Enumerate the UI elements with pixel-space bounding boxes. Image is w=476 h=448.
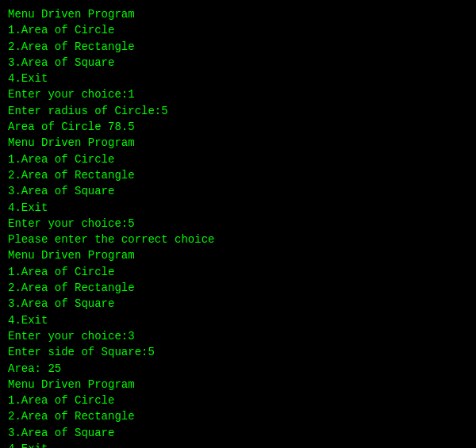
terminal-line: 4.Exit (8, 71, 468, 86)
terminal-line: Enter your choice:5 (8, 216, 468, 232)
terminal-line: 3.Area of Square (8, 425, 468, 441)
terminal-line: Enter your choice:1 (8, 86, 468, 102)
terminal-line: 4.Exit (8, 312, 468, 328)
terminal-line: Enter radius of Circle:5 (8, 103, 468, 119)
terminal-line: Area of Circle 78.5 (8, 119, 468, 135)
terminal-line: Menu Driven Program (8, 135, 468, 151)
terminal-line: 2.Area of Rectangle (8, 408, 468, 424)
terminal-line: 1.Area of Circle (8, 264, 468, 280)
terminal-line: Area: 25 (8, 361, 468, 377)
terminal-line: 4.Exit (8, 441, 468, 448)
terminal-output: Menu Driven Program1.Area of Circle2.Are… (8, 6, 468, 448)
terminal-line: Enter your choice:3 (8, 328, 468, 344)
terminal-line: 3.Area of Square (8, 55, 468, 71)
terminal-line: 1.Area of Circle (8, 22, 468, 38)
terminal-line: Menu Driven Program (8, 247, 468, 263)
terminal-line: 2.Area of Rectangle (8, 280, 468, 296)
terminal-line: 3.Area of Square (8, 296, 468, 312)
terminal-line: 3.Area of Square (8, 183, 468, 199)
terminal-line: 4.Exit (8, 200, 468, 216)
terminal-line: 1.Area of Circle (8, 392, 468, 408)
terminal-line: 1.Area of Circle (8, 151, 468, 167)
terminal-line: 2.Area of Rectangle (8, 167, 468, 183)
terminal-line: Menu Driven Program (8, 6, 468, 22)
terminal-line: 2.Area of Rectangle (8, 39, 468, 55)
terminal-line: Menu Driven Program (8, 377, 468, 392)
terminal-line: Please enter the correct choice (8, 232, 468, 247)
terminal-line: Enter side of Square:5 (8, 344, 468, 360)
